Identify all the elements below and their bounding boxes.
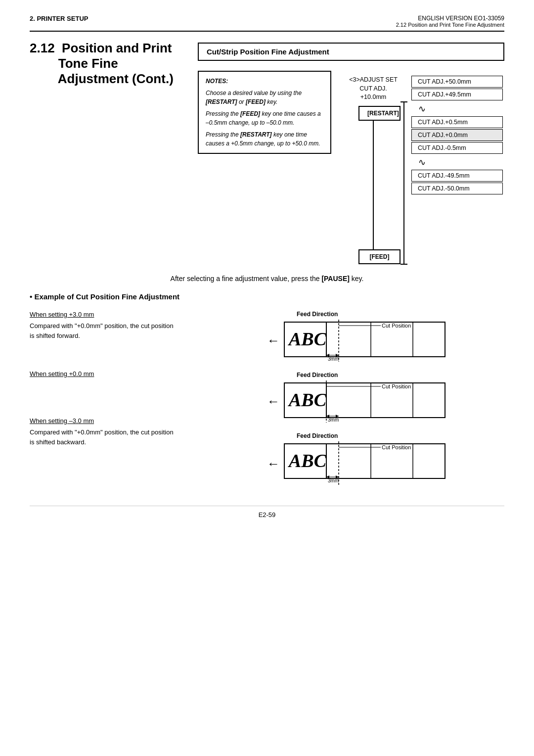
- menu-header: <3>ADJUST SET CUT ADJ. +10.0mm: [346, 76, 400, 102]
- example-section: • Example of Cut Position Fine Adjustmen…: [30, 292, 504, 486]
- examples-row: When setting +3.0 mm Compared with "+0.0…: [30, 311, 504, 486]
- feed-row-1: Feed Direction: [297, 311, 504, 318]
- label-svg-3: ABC Cut Position: [282, 441, 450, 486]
- svg-text:Cut Position: Cut Position: [382, 383, 411, 389]
- example-setting-3: When setting –3.0 mm: [30, 417, 257, 425]
- notes-title: NOTES:: [206, 77, 323, 86]
- example-block-3: When setting –3.0 mm Compared with "+0.0…: [30, 417, 257, 447]
- example-desc-1: Compared with "+0.0mm" position, the cut…: [30, 321, 257, 340]
- menu-item-1: CUT ADJ.+50.0mm: [411, 76, 503, 88]
- menu-item-4: CUT ADJ.+0.0mm: [411, 129, 503, 141]
- header-right: ENGLISH VERSION EO1-33059 2.12 Position …: [396, 15, 504, 28]
- menu-item-2: CUT ADJ.+49.5mm: [411, 89, 503, 100]
- menu-item-6: CUT ADJ.-49.5mm: [411, 170, 503, 182]
- feed-arrow-3: ←: [267, 456, 280, 472]
- squiggle-1: ∿: [418, 103, 503, 114]
- feed-row-2: Feed Direction: [297, 372, 504, 378]
- header: 2. PRINTER SETUP ENGLISH VERSION EO1-330…: [30, 15, 504, 32]
- restart-key: [RESTART]: [358, 106, 400, 121]
- notes-box: NOTES: Choose a desired value by using t…: [198, 71, 331, 154]
- examples-left: When setting +3.0 mm Compared with "+0.0…: [30, 311, 257, 486]
- menu-list: CUT ADJ.+50.0mm CUT ADJ.+49.5mm ∿ CUT AD…: [411, 76, 503, 195]
- diagram-unit-3: Feed Direction ← ABC: [267, 432, 504, 486]
- svg-text:ABC: ABC: [288, 389, 327, 410]
- svg-text:Cut Position: Cut Position: [382, 323, 411, 329]
- label-svg-2: ABC Cut Position 3mm: [282, 380, 450, 423]
- svg-text:3mm: 3mm: [328, 356, 339, 362]
- example-heading: • Example of Cut Position Fine Adjustmen…: [30, 292, 504, 301]
- example-setting-1: When setting +3.0 mm: [30, 311, 257, 318]
- feed-row-3: Feed Direction: [297, 432, 504, 439]
- page: 2. PRINTER SETUP ENGLISH VERSION EO1-330…: [0, 0, 534, 756]
- header-section: 2.12 Position and Print Tone Fine Adjust…: [396, 22, 504, 28]
- feed-arrow-2: ←: [267, 394, 280, 409]
- feed-arrow-1: ←: [267, 333, 280, 348]
- footer: E2-59: [30, 506, 504, 519]
- title-section: 2.12 Position and Print Tone Fine Adjust…: [30, 41, 504, 265]
- label-svg-1: ABC Cut Position: [282, 320, 450, 362]
- svg-text:ABC: ABC: [288, 450, 327, 471]
- cut-strip-box: Cut/Strip Position Fine Adjustment: [198, 43, 504, 61]
- menu-item-7: CUT ADJ.-50.0mm: [411, 183, 503, 194]
- feed-dir-label-2: Feed Direction: [297, 372, 338, 378]
- after-text: After selecting a fine adjustment value,…: [30, 275, 504, 283]
- menu-item-5: CUT ADJ.-0.5mm: [411, 142, 503, 154]
- header-left: 2. PRINTER SETUP: [30, 15, 88, 22]
- example-block-2: When setting +0.0 mm: [30, 370, 257, 378]
- page-title: 2.12 Position and Print Tone Fine Adjust…: [30, 41, 183, 265]
- svg-text:3mm: 3mm: [328, 478, 339, 483]
- svg-text:Cut Position: Cut Position: [382, 444, 411, 450]
- diagram-unit-1: Feed Direction ← ABC: [267, 311, 504, 362]
- svg-text:ABC: ABC: [288, 329, 327, 349]
- feed-dir-label-3: Feed Direction: [297, 432, 338, 439]
- menu-item-3: CUT ADJ.+0.5mm: [411, 116, 503, 128]
- diagram-unit-2: Feed Direction ← ABC: [267, 372, 504, 423]
- header-version: ENGLISH VERSION EO1-33059: [396, 15, 504, 22]
- squiggle-2: ∿: [418, 157, 503, 168]
- example-block-1: When setting +3.0 mm Compared with "+0.0…: [30, 311, 257, 340]
- svg-text:3mm: 3mm: [328, 417, 339, 423]
- notes-content: Choose a desired value by using the [RES…: [206, 89, 323, 148]
- examples-right: Feed Direction ← ABC: [267, 311, 504, 486]
- feed-key: [FEED]: [358, 249, 400, 264]
- feed-dir-label-1: Feed Direction: [297, 311, 338, 318]
- page-number: E2-59: [259, 511, 276, 519]
- example-desc-3: Compared with "+0.0mm" position, the cut…: [30, 427, 257, 447]
- example-setting-2: When setting +0.0 mm: [30, 370, 257, 378]
